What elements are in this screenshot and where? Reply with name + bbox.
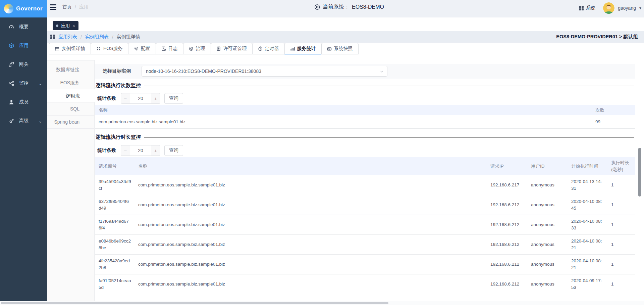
count-stat-controls: 统计条数 − + 查询 [97, 93, 183, 104]
stepper-minus-button[interactable]: − [121, 145, 130, 156]
target-instance-label: 选择目标实例 [103, 68, 131, 74]
subnav-item-spring-bean[interactable]: Spring bean [47, 116, 94, 129]
table-row: e0846b6e09cc28be com.primeton.eos.sample… [95, 235, 635, 255]
stepper-plus-button[interactable]: + [151, 93, 160, 104]
list-icon [55, 46, 59, 51]
governor-app: Governor 概要 应用 网关 监控 ⌄ 成员 [0, 0, 644, 305]
col-name: 名称 [138, 163, 490, 170]
menu-toggle-icon[interactable] [50, 4, 56, 10]
gateway-icon [9, 62, 14, 67]
target-instance-select[interactable]: node-10-16-16-210:EOS8-DEMO-PROVIDER01:3… [142, 66, 387, 77]
sidebar-item-monitor[interactable]: 监控 ⌄ [0, 74, 47, 93]
table-row: 6372f985404f6d49 com.primeton.eos.sample… [95, 195, 635, 215]
tab-instance-group-detail[interactable]: 实例组详情 [49, 43, 91, 54]
table-row: 39a45904c3fbf9cf com.primeton.eos.sample… [95, 175, 635, 195]
cube-icon [9, 43, 14, 48]
breadcrumb-app-list[interactable]: 应用列表 [58, 34, 77, 40]
duration-table-header: 请求编号 名称 请求IP 用户ID 开始执行时间 执行时长(毫秒) [95, 157, 635, 175]
col-duration: 执行时长(毫秒) [611, 160, 635, 173]
vertical-scrollbar[interactable] [638, 148, 641, 197]
query-button[interactable]: 查询 [164, 145, 183, 156]
statistics-subnav: 数据库链接 EOS服务 逻辑流 SQL Spring bean [47, 60, 95, 301]
breadcrumb-current: 应用 [79, 4, 89, 10]
grid-icon [50, 35, 55, 39]
horizontal-scrollbar-track[interactable] [0, 301, 644, 305]
section-duration-title: 逻辑流执行时长监控 [96, 134, 634, 140]
count-table-header: 名称 次数 [95, 105, 635, 115]
sidebar-item-overview[interactable]: 概要 [0, 17, 47, 36]
gears-icon [9, 118, 14, 124]
sidebar-item-members[interactable]: 成员 [0, 93, 47, 112]
stat-count-label: 统计条数 [97, 147, 116, 154]
stepper-value-input[interactable] [130, 145, 151, 156]
gauge-icon [9, 24, 14, 30]
app-title: Governor [16, 5, 43, 12]
top-breadcrumb: 首页 / 应用 [62, 4, 89, 10]
caret-down-icon[interactable]: ▾ [639, 6, 641, 10]
query-button[interactable]: 查询 [164, 93, 183, 104]
horizontal-scrollbar-thumb[interactable] [1, 302, 388, 304]
count-stepper: − + [121, 93, 160, 104]
section-divider [144, 86, 634, 86]
close-icon[interactable]: × [72, 23, 75, 29]
duration-stepper: − + [121, 145, 160, 156]
subnav-item-sql[interactable]: SQL [47, 102, 94, 116]
target-instance-row: 选择目标实例 node-10-16-16-210:EOS8-DEMO-PROVI… [95, 64, 635, 79]
sidebar-item-advanced[interactable]: 高级 ⌄ [0, 112, 47, 130]
sidebar-item-gateway[interactable]: 网关 [0, 55, 47, 74]
col-request-ip: 请求IP [490, 163, 531, 170]
table-row: f17f69a449d676f4 com.primeton.eos.sample… [95, 215, 635, 235]
subnav-item-logic-flow[interactable]: 逻辑流 [47, 89, 95, 102]
subnav-item-db-connections[interactable]: 数据库链接 [47, 63, 94, 76]
col-start-time: 开始执行时间 [571, 163, 611, 170]
app-logo[interactable]: Governor [0, 0, 47, 17]
breadcrumb-home[interactable]: 首页 [62, 4, 72, 10]
target-instance-value: node-10-16-16-210:EOS8-DEMO-PROVIDER01:3… [146, 69, 261, 74]
col-count: 次数 [595, 107, 635, 113]
stepper-minus-button[interactable]: − [121, 93, 130, 104]
section-divider [144, 137, 634, 138]
stepper-plus-button[interactable]: + [151, 145, 160, 156]
stepper-value-input[interactable] [130, 93, 151, 104]
subnav-item-eos-services[interactable]: EOS服务 [47, 76, 94, 89]
table-row: 4fc235428a9ed2b8 com.primeton.eos.sample… [95, 255, 635, 274]
nodes-icon [9, 81, 14, 86]
section-count-title: 逻辑流执行次数监控 [96, 82, 634, 89]
chevron-down-icon: ⌄ [38, 81, 42, 86]
col-request-id: 请求编号 [99, 163, 138, 170]
chevron-down-icon [380, 70, 384, 74]
col-user-id: 用户ID [531, 163, 571, 170]
open-tab-application[interactable]: 应用 × [53, 21, 78, 30]
sidebar-nav: 概要 应用 网关 监控 ⌄ 成员 高级 ⌄ [0, 17, 47, 130]
logo-swirl-icon [4, 4, 13, 13]
table-row: com.primeton.eos.sample.biz.sample01.biz… [95, 115, 635, 129]
chevron-down-icon: ⌄ [38, 118, 42, 124]
duration-stat-controls: 统计条数 − + 查询 [97, 145, 183, 156]
duration-table: 请求编号 名称 请求IP 用户ID 开始执行时间 执行时长(毫秒) 39a459… [95, 157, 635, 305]
count-table: 名称 次数 com.primeton.eos.sample.biz.sample… [95, 105, 635, 129]
stat-count-label: 统计条数 [97, 95, 116, 101]
sidebar-item-application[interactable]: 应用 [0, 36, 47, 55]
user-icon [9, 99, 14, 105]
col-name: 名称 [95, 107, 595, 113]
table-row: fa91f05214ceaa5d com.primeton.eos.sample… [95, 274, 635, 294]
tab-dot-icon [56, 25, 58, 27]
main-content: 选择目标实例 node-10-16-16-210:EOS8-DEMO-PROVI… [95, 0, 635, 305]
main-sidebar: Governor 概要 应用 网关 监控 ⌄ 成员 [0, 0, 47, 305]
